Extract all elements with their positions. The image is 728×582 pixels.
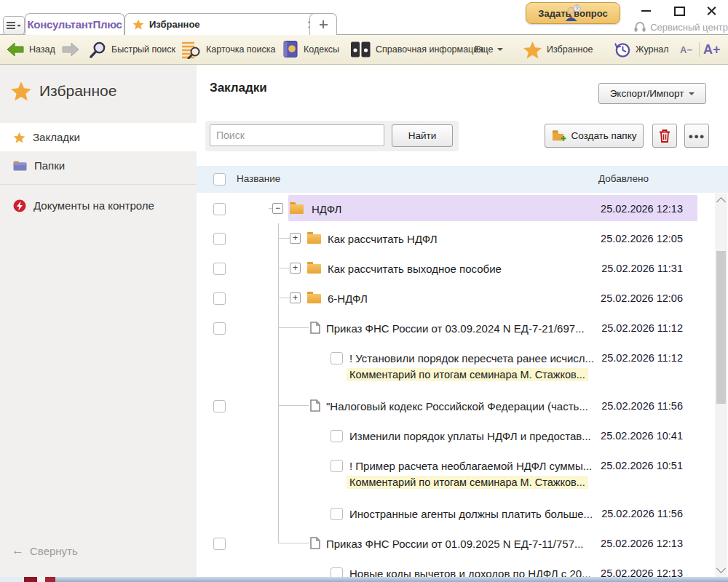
folder-icon (13, 160, 27, 171)
hamburger-icon (7, 22, 15, 29)
tree-row-bookmark[interactable]: Новые коды вычетов и доходов по НДФЛ с 2… (197, 558, 697, 577)
control-lightning-icon (13, 199, 26, 212)
ask-question-button[interactable]: ? Задать вопрос (526, 2, 620, 24)
row-checkbox[interactable] (331, 508, 343, 520)
row-checkbox[interactable] (213, 322, 226, 335)
row-checkbox[interactable] (331, 567, 343, 578)
main-menu-button[interactable] (3, 16, 25, 35)
row-checkbox[interactable] (331, 352, 343, 364)
scroll-up-icon[interactable] (716, 197, 726, 207)
page-title: Закладки (210, 81, 267, 95)
forward-button[interactable] (61, 35, 80, 64)
minimize-button[interactable] (635, 4, 657, 17)
tab-consultantplus-logo[interactable]: КонсультантПлюс (25, 13, 124, 35)
create-folder-button[interactable]: Создать папку (545, 124, 644, 148)
tree-row-document[interactable]: "Налоговый кодекс Российской Федерации (… (197, 391, 697, 420)
row-checkbox[interactable] (213, 292, 226, 305)
folder-icon (307, 294, 321, 303)
row-checkbox[interactable] (331, 460, 343, 472)
star-icon (13, 132, 25, 143)
sidebar-item-label: Папки (34, 159, 65, 172)
row-checkbox[interactable] (331, 430, 343, 442)
table-header: Название Добавлено (197, 166, 728, 193)
new-tab-button[interactable] (309, 13, 337, 35)
collapse-expander-icon[interactable]: − (272, 203, 283, 214)
row-checkbox[interactable] (213, 263, 226, 275)
journal-button[interactable]: Журнал (613, 35, 669, 64)
favorites-label: Избранное (547, 44, 593, 55)
star-icon (10, 81, 32, 101)
tree-row-folder[interactable]: + 6-НДФЛ 25.02.2026 12:06 (197, 283, 697, 313)
codes-button[interactable]: Кодексы (282, 35, 339, 64)
tree-row-bookmark[interactable]: Иностранные агенты должны платить больше… (197, 498, 697, 528)
more-button[interactable]: Еще (475, 35, 503, 64)
tree-row-folder[interactable]: + Как рассчитать НДФЛ 25.02.2026 12:05 (197, 223, 697, 253)
row-date: 25.02.2026 11:12 (601, 352, 683, 364)
row-checkbox[interactable] (213, 203, 226, 215)
search-icon (89, 41, 107, 59)
tree-row-document[interactable]: Приказ ФНС России от 01.09.2025 N ЕД-7-1… (197, 528, 697, 558)
back-label: Назад (29, 44, 55, 55)
select-all-checkbox[interactable] (213, 173, 226, 186)
find-button[interactable]: Найти (392, 124, 453, 147)
row-checkbox[interactable] (213, 233, 226, 245)
font-decrease-button[interactable]: A− (680, 35, 692, 64)
row-date: 25.02.2026 10:41 (601, 430, 683, 442)
row-label: Изменили порядок уплаты НДФЛ и предостав… (349, 429, 591, 442)
tree-row-bookmark[interactable]: Изменили порядок уплаты НДФЛ и предостав… (197, 420, 697, 450)
tree-row-bookmark[interactable]: ! Пример расчета необлагаемой НДФЛ суммы… (197, 450, 697, 498)
more-actions-button[interactable]: ●●● (684, 124, 709, 148)
tree-row-bookmark[interactable]: ! Установили порядок пересчета ранее исч… (197, 343, 697, 391)
row-label: 6-НДФЛ (328, 292, 368, 304)
expand-expander-icon[interactable]: + (290, 263, 301, 274)
row-date: 25.02.2026 11:31 (601, 263, 683, 274)
codes-book-icon (282, 40, 299, 59)
quick-search-button[interactable]: Быстрый поиск (89, 35, 175, 64)
close-button[interactable] (700, 4, 722, 17)
maximize-button[interactable] (668, 4, 690, 17)
tree-row-folder[interactable]: + Как рассчитать выходное пособие 25.02.… (197, 253, 697, 283)
service-center-link[interactable]: Сервисный центр (633, 22, 728, 33)
sidebar-item-bookmarks[interactable]: Закладки (0, 123, 197, 151)
delete-button[interactable] (652, 124, 677, 148)
sidebar: Избранное Закладки Папки Документы на ко… (0, 65, 197, 577)
row-date: 25.02.2026 12:05 (601, 233, 683, 244)
scrollbar-thumb[interactable] (716, 251, 726, 404)
font-decrease-label: A− (680, 44, 692, 55)
scroll-down-icon[interactable] (716, 564, 726, 573)
font-increase-label: A+ (703, 42, 721, 57)
sidebar-item-documents-on-control[interactable]: Документы на контроле (0, 191, 197, 220)
codes-label: Кодексы (304, 44, 339, 55)
chevron-down-icon (689, 92, 695, 95)
font-increase-button[interactable]: A+ (703, 35, 721, 64)
row-label: "Налоговый кодекс Российской Федерации (… (326, 399, 588, 412)
export-import-button[interactable]: Экспорт/Импорт (598, 83, 706, 104)
document-icon (310, 322, 320, 337)
search-input[interactable] (210, 124, 384, 146)
sidebar-item-label: Закладки (33, 131, 80, 143)
tree-row-document[interactable]: Приказ ФНС России от 03.09.2024 N ЕД-7-2… (197, 313, 697, 343)
row-checkbox[interactable] (213, 538, 226, 550)
tab-favorites[interactable]: Избранное (124, 13, 324, 35)
folder-plus-icon (552, 129, 566, 142)
collapse-sidebar-button[interactable]: ← Свернуть (12, 543, 78, 558)
create-folder-label: Создать папку (571, 130, 637, 141)
history-clock-icon (613, 41, 631, 59)
plus-icon (320, 20, 328, 28)
vertical-scrollbar[interactable] (715, 194, 727, 577)
trash-icon (659, 129, 670, 143)
sidebar-item-folders[interactable]: Папки (0, 151, 197, 180)
row-label: ! Установили порядок пересчета ранее исч… (349, 352, 594, 364)
reference-info-button[interactable]: Справочная информация (350, 35, 483, 64)
favorites-button[interactable]: Избранное (523, 35, 593, 64)
row-date: 25.02.2026 12:13 (601, 538, 683, 549)
sidebar-divider (0, 184, 197, 185)
expand-expander-icon[interactable]: + (290, 292, 301, 303)
row-checkbox[interactable] (213, 400, 226, 412)
sidebar-header: Избранное (10, 81, 116, 101)
back-button[interactable]: Назад (6, 35, 55, 64)
expand-expander-icon[interactable]: + (290, 233, 301, 244)
column-added: Добавлено (598, 173, 649, 184)
search-card-button[interactable]: Карточка поиска (182, 35, 276, 64)
tree-row-folder[interactable]: − НДФЛ 25.02.2026 12:13 (197, 194, 697, 223)
